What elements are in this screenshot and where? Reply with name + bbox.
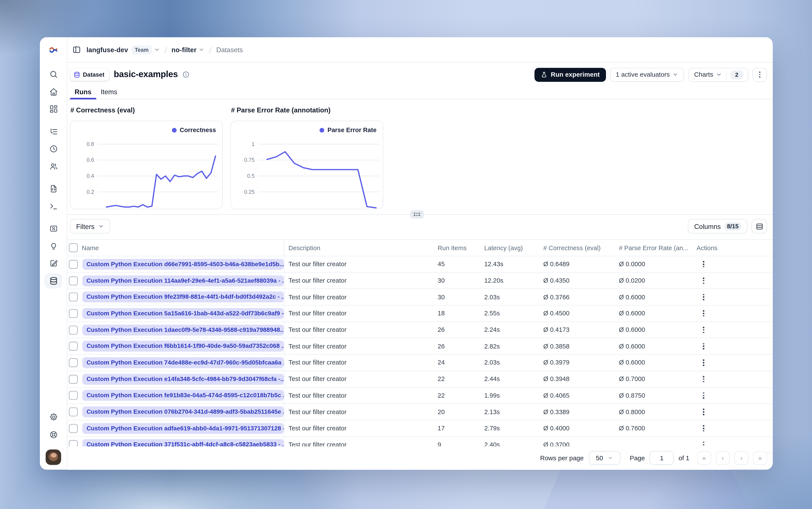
chevron-down-icon xyxy=(672,71,679,78)
datasets-database-icon[interactable] xyxy=(45,273,62,288)
settings-gear-icon[interactable] xyxy=(45,410,62,425)
run-name-link[interactable]: Custom Python Execution 9fe23f98-881e-44… xyxy=(82,292,284,302)
legend-label: Parse Error Rate xyxy=(328,126,376,133)
charts-toggle-button[interactable]: Charts 2 xyxy=(688,68,748,82)
row-checkbox[interactable] xyxy=(69,293,78,302)
columns-button[interactable]: Columns 8/15 xyxy=(688,219,747,234)
row-actions-menu[interactable] xyxy=(703,409,704,415)
tab-items[interactable]: Items xyxy=(96,84,122,99)
run-name-link[interactable]: Custom Python Execution d66e7991-8595-45… xyxy=(82,259,284,270)
row-checkbox[interactable] xyxy=(69,391,78,400)
row-actions-menu[interactable] xyxy=(703,360,704,366)
row-checkbox[interactable] xyxy=(69,326,78,334)
column-header-run-items[interactable]: Run Items xyxy=(438,240,484,256)
info-icon[interactable] xyxy=(182,71,190,78)
row-checkbox[interactable] xyxy=(69,342,78,351)
row-checkbox[interactable] xyxy=(69,276,78,285)
breadcrumb-project[interactable]: no-filter xyxy=(171,46,197,54)
home-icon[interactable] xyxy=(45,84,62,99)
run-name-link[interactable]: Custom Python Execution 114aa9ef-29e6-4e… xyxy=(82,275,284,286)
rows-per-page-select[interactable]: 50 xyxy=(589,451,620,465)
row-actions-menu[interactable] xyxy=(703,294,704,300)
run-name-link[interactable]: Custom Python Execution f6bb1614-1f90-40… xyxy=(82,341,284,352)
run-name-link[interactable]: Custom Python Execution 1daec0f9-5e78-43… xyxy=(82,325,284,335)
support-lifebuoy-icon[interactable] xyxy=(45,427,62,442)
row-actions-menu[interactable] xyxy=(703,425,704,432)
prompts-file-code-icon[interactable] xyxy=(45,181,62,196)
page-actions-menu-button[interactable] xyxy=(753,68,767,82)
scores-icon[interactable] xyxy=(45,221,62,236)
flask-icon xyxy=(541,71,548,78)
table-row[interactable]: Custom Python Execution 5a15a616-1bab-44… xyxy=(67,306,773,322)
row-actions-menu[interactable] xyxy=(703,277,704,284)
row-actions-menu[interactable] xyxy=(703,310,704,317)
panel-left-icon[interactable] xyxy=(73,45,81,54)
sessions-clock-icon[interactable] xyxy=(45,141,62,157)
run-description: Test our filter creator xyxy=(284,387,438,403)
row-actions-menu[interactable] xyxy=(703,376,704,382)
column-header-name[interactable]: Name xyxy=(80,240,284,256)
dashboard-icon[interactable] xyxy=(45,102,62,116)
run-description: Test our filter creator xyxy=(284,404,438,420)
breadcrumb-org[interactable]: langfuse-dev xyxy=(87,46,128,54)
run-experiment-button[interactable]: Run experiment xyxy=(535,68,606,82)
run-name-link[interactable]: Custom Python Execution 5a15a616-1bab-44… xyxy=(82,308,284,319)
row-checkbox[interactable] xyxy=(69,358,78,367)
row-actions-menu[interactable] xyxy=(703,327,704,333)
first-page-button[interactable]: « xyxy=(697,451,711,465)
users-icon[interactable] xyxy=(45,159,62,174)
row-actions-menu[interactable] xyxy=(703,343,704,349)
column-header-latency[interactable]: Latency (avg) xyxy=(484,240,543,256)
column-header-parse-error-rate[interactable]: # Parse Error Rate (an... xyxy=(619,240,695,256)
chevron-down-icon[interactable] xyxy=(154,46,160,53)
last-page-button[interactable]: » xyxy=(753,451,767,465)
grip-dots-icon xyxy=(414,213,420,216)
row-actions-menu[interactable] xyxy=(703,261,704,267)
table-row[interactable]: Custom Python Execution e14fa348-5cfc-49… xyxy=(67,371,773,388)
annotation-clipboard-pen-icon[interactable] xyxy=(45,256,62,271)
tracing-icon[interactable] xyxy=(45,124,62,139)
tab-runs[interactable]: Runs xyxy=(70,84,96,99)
table-row[interactable]: Custom Python Execution f6bb1614-1f90-40… xyxy=(67,338,773,355)
chevron-down-icon[interactable] xyxy=(199,46,205,53)
resize-drag-handle[interactable] xyxy=(410,210,424,218)
row-checkbox[interactable] xyxy=(69,260,78,269)
latency-value: 12.43s xyxy=(484,256,543,272)
table-row[interactable]: Custom Python Execution 114aa9ef-29e6-4e… xyxy=(67,273,773,289)
svg-text:0.25: 0.25 xyxy=(244,189,255,195)
table-row[interactable]: Custom Python Execution adfae619-abb0-4d… xyxy=(67,420,773,437)
next-page-button[interactable]: › xyxy=(735,451,748,465)
playground-terminal-icon[interactable] xyxy=(45,199,62,213)
page-number-input[interactable] xyxy=(649,451,674,465)
breadcrumb-section[interactable]: Datasets xyxy=(216,46,243,54)
active-evaluators-button[interactable]: 1 active evaluators xyxy=(610,68,684,82)
search-icon[interactable] xyxy=(45,67,62,82)
row-checkbox[interactable] xyxy=(69,407,78,416)
row-checkbox[interactable] xyxy=(69,375,78,383)
legend-dot-icon xyxy=(320,128,325,132)
correctness-value: Ø 0.3389 xyxy=(543,404,619,420)
table-row[interactable]: Custom Python Execution fe91b83e-04a5-47… xyxy=(67,387,773,404)
run-name-link[interactable]: Custom Python Execution adfae619-abb0-4d… xyxy=(82,423,284,434)
table-row[interactable]: Custom Python Execution d66e7991-8595-45… xyxy=(67,256,773,273)
insights-lightbulb-icon[interactable] xyxy=(45,238,62,253)
run-name-link[interactable]: Custom Python Execution 74de488e-ec9d-47… xyxy=(82,357,284,368)
table-row[interactable]: Custom Python Execution 1daec0f9-5e78-43… xyxy=(67,322,773,338)
run-name-link[interactable]: Custom Python Execution fe91b83e-04a5-47… xyxy=(82,390,284,401)
parse-error-rate-value: Ø 0.6000 xyxy=(619,338,695,354)
row-checkbox[interactable] xyxy=(69,309,78,318)
column-header-correctness[interactable]: # Correctness (eval) xyxy=(543,240,619,256)
table-row[interactable]: Custom Python Execution 74de488e-ec9d-47… xyxy=(67,355,773,371)
previous-page-button[interactable]: ‹ xyxy=(716,451,730,465)
run-name-link[interactable]: Custom Python Execution e14fa348-5cfc-49… xyxy=(82,374,284,384)
select-all-checkbox[interactable] xyxy=(69,243,78,252)
table-row[interactable]: Custom Python Execution 9fe23f98-881e-44… xyxy=(67,289,773,306)
row-actions-menu[interactable] xyxy=(703,393,704,399)
column-header-description[interactable]: Description xyxy=(284,240,438,256)
table-row[interactable]: Custom Python Execution 076b2704-341d-48… xyxy=(67,404,773,420)
row-height-button[interactable] xyxy=(751,219,767,234)
row-checkbox[interactable] xyxy=(69,424,78,433)
user-avatar[interactable] xyxy=(45,449,61,465)
run-name-link[interactable]: Custom Python Execution 076b2704-341d-48… xyxy=(82,407,284,417)
filters-button[interactable]: Filters xyxy=(70,219,110,234)
